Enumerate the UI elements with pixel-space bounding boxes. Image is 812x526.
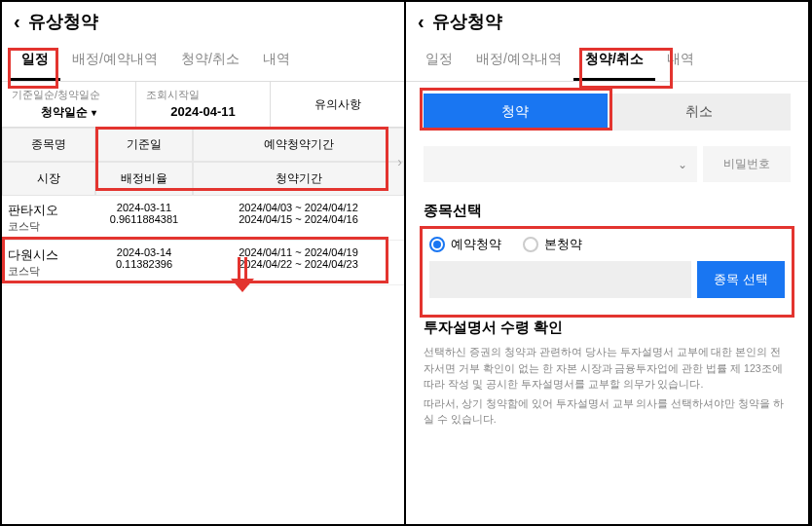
- cell-name: 판타지오: [8, 202, 90, 219]
- cell-reserve-period: 2024/04/11 ~ 2024/04/19: [199, 246, 398, 258]
- tab-schedule[interactable]: 일정: [10, 41, 60, 81]
- cell-basedate: 2024-03-11: [101, 202, 187, 213]
- disclosure-p1: 선택하신 증권의 청약과 관련하여 당사는 투자설명서 교부에 대한 본인의 전…: [424, 344, 791, 392]
- tab-schedule[interactable]: 일정: [414, 41, 464, 81]
- cell-sub-period: 2024/04/15 ~ 2024/04/16: [199, 213, 398, 225]
- account-row: ⌄ 비밀번호: [424, 146, 791, 182]
- segment-cancel[interactable]: 취소: [608, 94, 792, 131]
- sort-label: 기준일순/청약일순: [12, 88, 126, 102]
- radio-main[interactable]: 본청약: [523, 236, 582, 253]
- radio-icon: [523, 237, 538, 252]
- tab-allocation[interactable]: 배정/예약내역: [464, 41, 573, 81]
- right-panel: ‹ 유상청약 일정 배정/예약내역 청약/취소 내역 청약 취소 ⌄ 비밀번호 …: [406, 2, 810, 524]
- radio-reserve-label: 예약청약: [451, 236, 501, 253]
- cell-reserve-period: 2024/04/03 ~ 2024/04/12: [199, 202, 398, 213]
- th-sub: 청약기간: [193, 162, 404, 196]
- cell-market: 코스닥: [8, 219, 90, 234]
- stock-select-button[interactable]: 종목 선택: [697, 261, 785, 298]
- header: ‹ 유상청약: [2, 2, 404, 41]
- th-ratio: 배정비율: [95, 162, 193, 196]
- date-value: 2024-04-11: [146, 104, 260, 119]
- tab-subscribe-cancel[interactable]: 청약/취소: [169, 41, 251, 81]
- th-basedate: 기준일: [95, 128, 193, 162]
- cell-ratio: 0.9611884381: [101, 213, 187, 225]
- password-input[interactable]: 비밀번호: [703, 146, 791, 182]
- schedule-table: 종목명 시장 기준일 배정비율 예약청약기간 청약기간 › 판타지오 코스닥 2…: [2, 128, 404, 285]
- stock-select-input[interactable]: [429, 261, 691, 298]
- filter-notice[interactable]: 유의사항: [271, 82, 404, 127]
- date-label: 조회시작일: [146, 88, 260, 102]
- back-icon[interactable]: ‹: [418, 11, 424, 33]
- disclosure-p2: 따라서, 상기 청약함에 있어 투자설명서 교부 의사를 선택하셔야만 청약을 …: [424, 395, 791, 428]
- tab-history[interactable]: 내역: [251, 41, 302, 81]
- disclosure-title: 투자설명서 수령 확인: [424, 316, 791, 338]
- radio-main-label: 본청약: [544, 236, 582, 253]
- cell-name: 다원시스: [8, 246, 90, 264]
- notice-label: 유의사항: [314, 96, 361, 113]
- tabs: 일정 배정/예약내역 청약/취소 내역: [406, 41, 808, 82]
- cell-basedate: 2024-03-14: [101, 246, 187, 258]
- tab-allocation[interactable]: 배정/예약내역: [60, 41, 169, 81]
- segment-buttons: 청약 취소: [424, 94, 791, 131]
- disclosure: 투자설명서 수령 확인 선택하신 증권의 청약과 관련하여 당사는 투자설명서 …: [424, 316, 791, 428]
- chevron-down-icon: ▾: [92, 107, 96, 118]
- table-header: 종목명 시장 기준일 배정비율 예약청약기간 청약기간 ›: [2, 128, 404, 196]
- radio-icon: [429, 237, 445, 252]
- page-title: 유상청약: [28, 10, 98, 33]
- th-market: 시장: [2, 162, 95, 196]
- tabs: 일정 배정/예약내역 청약/취소 내역: [2, 41, 404, 82]
- radio-row: 예약청약 본청약: [429, 236, 785, 253]
- segment-subscribe[interactable]: 청약: [424, 94, 608, 131]
- filter-date[interactable]: 조회시작일 2024-04-11: [136, 82, 271, 127]
- table-row[interactable]: 다원시스 코스닥 2024-03-14 0.11382396 2024/04/1…: [2, 241, 404, 285]
- radio-reserve[interactable]: 예약청약: [429, 236, 501, 253]
- filter-row: 기준일순/청약일순 청약일순▾ 조회시작일 2024-04-11 유의사항: [2, 82, 404, 128]
- arrow-down-icon: [234, 257, 257, 294]
- account-dropdown[interactable]: ⌄: [424, 146, 697, 182]
- chevron-right-icon[interactable]: ›: [397, 154, 402, 169]
- cell-sub-period: 2024/04/22 ~ 2024/04/23: [199, 258, 398, 270]
- back-icon[interactable]: ‹: [14, 11, 20, 33]
- th-reserve: 예약청약기간: [193, 128, 404, 162]
- page-title: 유상청약: [432, 10, 502, 33]
- chevron-down-icon: ⌄: [678, 158, 687, 171]
- stock-select-title: 종목선택: [424, 202, 791, 220]
- cell-ratio: 0.11382396: [101, 258, 187, 270]
- sort-value: 청약일순: [41, 104, 88, 121]
- filter-sort[interactable]: 기준일순/청약일순 청약일순▾: [2, 82, 136, 127]
- left-panel: ‹ 유상청약 일정 배정/예약내역 청약/취소 내역 기준일순/청약일순 청약일…: [2, 2, 406, 524]
- tab-subscribe-cancel[interactable]: 청약/취소: [573, 41, 655, 81]
- th-name: 종목명: [2, 128, 95, 162]
- tab-history[interactable]: 내역: [655, 41, 706, 81]
- header: ‹ 유상청약: [406, 2, 808, 41]
- table-row[interactable]: 판타지오 코스닥 2024-03-11 0.9611884381 2024/04…: [2, 196, 404, 241]
- cell-market: 코스닥: [8, 264, 90, 279]
